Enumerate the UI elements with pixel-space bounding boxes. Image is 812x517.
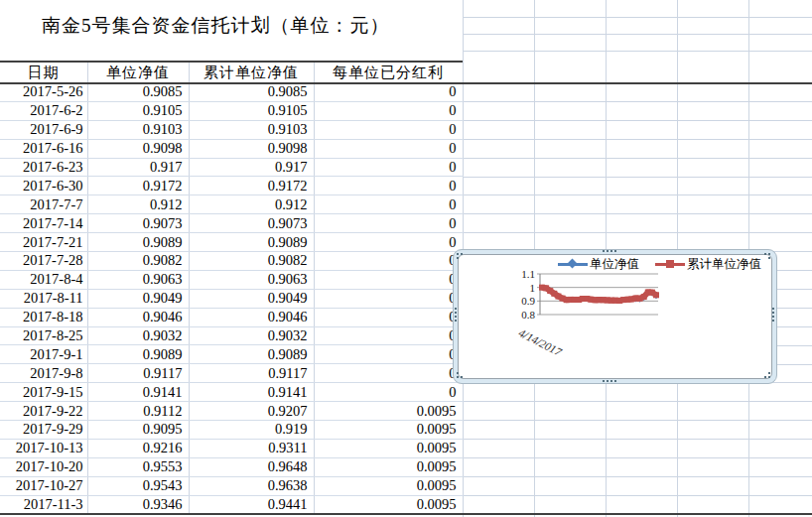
- cell[interactable]: 0: [314, 233, 463, 252]
- cell[interactable]: 0.0095: [314, 421, 463, 440]
- cell[interactable]: 2017-7-21: [0, 233, 87, 252]
- cell[interactable]: 0: [314, 289, 463, 308]
- cell[interactable]: 0: [314, 308, 463, 326]
- cell[interactable]: 2017-9-15: [0, 383, 87, 402]
- cell[interactable]: 2017-7-7: [0, 195, 87, 214]
- cell[interactable]: 0: [314, 139, 463, 158]
- selection-handle[interactable]: [455, 308, 457, 310]
- cell[interactable]: 0.9082: [189, 252, 314, 271]
- cell[interactable]: 2017-9-1: [0, 345, 87, 364]
- cell[interactable]: 0.9073: [189, 214, 314, 233]
- selection-handle[interactable]: [455, 316, 457, 318]
- cell[interactable]: 0: [314, 383, 463, 402]
- cell[interactable]: 2017-6-9: [0, 120, 87, 139]
- selection-handle[interactable]: [603, 250, 605, 252]
- cell[interactable]: 0.9141: [189, 383, 314, 402]
- cell[interactable]: 0.912: [189, 195, 314, 214]
- cell[interactable]: 0.9216: [87, 439, 189, 457]
- cell[interactable]: 0.0095: [314, 495, 463, 514]
- cell[interactable]: 0.9648: [189, 457, 314, 476]
- cell[interactable]: 0.9172: [87, 177, 189, 195]
- selection-handle[interactable]: [457, 372, 459, 374]
- cell[interactable]: 0.9207: [189, 402, 314, 421]
- cell[interactable]: 0.9553: [87, 457, 189, 476]
- selection-handle[interactable]: [772, 320, 774, 322]
- cell[interactable]: 0.9046: [87, 308, 189, 326]
- cell[interactable]: 0.9082: [87, 252, 189, 271]
- cell[interactable]: 0.9098: [87, 139, 189, 158]
- selection-handle[interactable]: [764, 376, 766, 378]
- cell[interactable]: 2017-10-20: [0, 457, 87, 476]
- cell[interactable]: 0.0095: [314, 402, 463, 421]
- cell[interactable]: 0: [314, 252, 463, 271]
- cell[interactable]: 0: [314, 214, 463, 233]
- cell[interactable]: 2017-11-3: [0, 495, 87, 514]
- selection-handle[interactable]: [610, 250, 612, 252]
- header-cumulative-nav[interactable]: 累计单位净值: [189, 62, 314, 83]
- embedded-chart[interactable]: 单位净值 累计单位净值 1.110.90.8 4/14/2017: [453, 249, 777, 384]
- cell[interactable]: 2017-6-30: [0, 177, 87, 195]
- cell[interactable]: 0: [314, 326, 463, 345]
- cell[interactable]: 0.9105: [87, 101, 189, 120]
- cell[interactable]: 0.9095: [87, 421, 189, 440]
- selection-handle[interactable]: [768, 257, 770, 259]
- cell[interactable]: 0: [314, 177, 463, 195]
- selection-handle[interactable]: [457, 376, 459, 378]
- cell[interactable]: 0: [314, 270, 463, 289]
- cell[interactable]: 0: [314, 158, 463, 177]
- cell[interactable]: 2017-8-18: [0, 308, 87, 326]
- cell[interactable]: 0.9073: [87, 214, 189, 233]
- cell[interactable]: 2017-9-29: [0, 421, 87, 440]
- cell[interactable]: 0.0095: [314, 476, 463, 495]
- selection-handle[interactable]: [455, 312, 457, 314]
- cell[interactable]: 2017-7-28: [0, 252, 87, 271]
- selection-handle[interactable]: [772, 312, 774, 314]
- cell[interactable]: 0.0095: [314, 457, 463, 476]
- cell[interactable]: 0.9049: [87, 289, 189, 308]
- cell[interactable]: 2017-6-23: [0, 158, 87, 177]
- selection-handle[interactable]: [455, 320, 457, 322]
- selection-handle[interactable]: [607, 380, 609, 382]
- cell[interactable]: 2017-9-22: [0, 402, 87, 421]
- cell[interactable]: 2017-8-25: [0, 326, 87, 345]
- cell[interactable]: 0.9089: [87, 345, 189, 364]
- cell[interactable]: 0.9117: [87, 364, 189, 383]
- cell[interactable]: 0.9046: [189, 308, 314, 326]
- header-date[interactable]: 日期: [0, 62, 87, 83]
- chart-plot[interactable]: 1.110.90.8: [459, 255, 771, 378]
- cell[interactable]: 0.9346: [87, 495, 189, 514]
- selection-handle[interactable]: [768, 253, 770, 255]
- cell[interactable]: 0.9117: [189, 364, 314, 383]
- cell[interactable]: 0.9141: [87, 383, 189, 402]
- header-dividend[interactable]: 每单位已分红利: [314, 62, 463, 83]
- selection-handle[interactable]: [614, 250, 616, 252]
- selection-handle[interactable]: [614, 380, 616, 382]
- cell[interactable]: 0.9089: [189, 233, 314, 252]
- header-unit-nav[interactable]: 单位净值: [87, 62, 189, 83]
- cell[interactable]: 0.9543: [87, 476, 189, 495]
- sheet-title[interactable]: 南金5号集合资金信托计划（单位：元）: [42, 13, 390, 39]
- cell[interactable]: 0.9112: [87, 402, 189, 421]
- cell[interactable]: 0.9172: [189, 177, 314, 195]
- selection-handle[interactable]: [457, 257, 459, 259]
- cell[interactable]: 2017-6-2: [0, 101, 87, 120]
- cell[interactable]: 0.9098: [189, 139, 314, 158]
- cell[interactable]: 0.9063: [87, 270, 189, 289]
- selection-handle[interactable]: [610, 380, 612, 382]
- cell[interactable]: 0.919: [189, 421, 314, 440]
- selection-handle[interactable]: [768, 376, 770, 378]
- selection-handle[interactable]: [764, 253, 766, 255]
- selection-handle[interactable]: [603, 380, 605, 382]
- selection-handle[interactable]: [768, 372, 770, 374]
- selection-handle[interactable]: [772, 308, 774, 310]
- cell[interactable]: 2017-10-27: [0, 476, 87, 495]
- cell[interactable]: 2017-7-14: [0, 214, 87, 233]
- cell[interactable]: 0.9085: [189, 83, 314, 101]
- cell[interactable]: 0: [314, 120, 463, 139]
- cell[interactable]: 2017-8-4: [0, 270, 87, 289]
- cell[interactable]: 0: [314, 345, 463, 364]
- cell[interactable]: 0: [314, 195, 463, 214]
- cell[interactable]: 2017-5-26: [0, 83, 87, 101]
- cell[interactable]: 0.0095: [314, 439, 463, 457]
- cell[interactable]: 0: [314, 83, 463, 101]
